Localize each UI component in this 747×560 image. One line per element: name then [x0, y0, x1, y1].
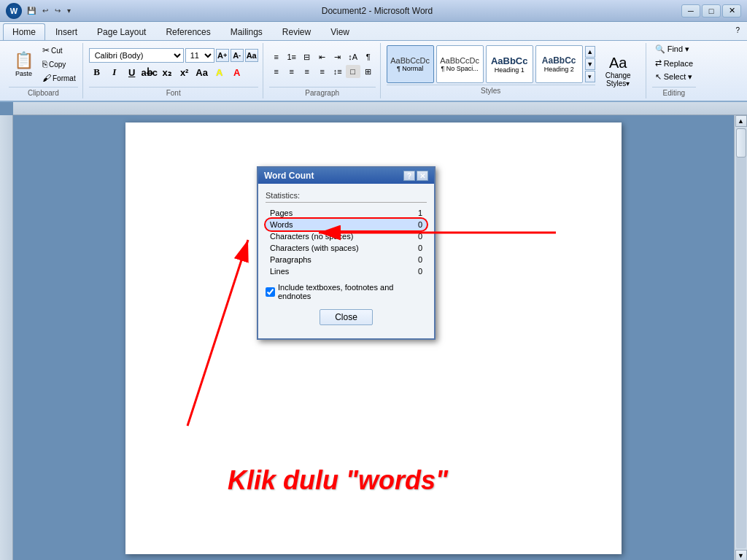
words-label: Words: [266, 219, 408, 230]
minimize-button[interactable]: ─: [681, 4, 700, 18]
highlight-button[interactable]: A: [212, 64, 228, 80]
chars-nospace-row: Characters (no spaces) 0: [266, 230, 427, 242]
shading-button[interactable]: □: [346, 65, 360, 78]
dialog-title-text: Word Count: [264, 171, 314, 181]
words-row[interactable]: Words 0: [266, 219, 427, 230]
style-normal[interactable]: AaBbCcDc ¶ Normal: [387, 45, 434, 83]
style-scroll-controls: ▲ ▼ ▾: [585, 46, 595, 82]
strikethrough-button[interactable]: ab̶c: [142, 64, 158, 80]
scroll-bar-vertical[interactable]: ▲ ▼: [734, 115, 747, 560]
paste-icon: 📋: [14, 51, 34, 70]
style-nospace-preview: AaBbCcDc: [440, 56, 479, 65]
font-name-select[interactable]: Calibri (Body): [89, 48, 184, 63]
style-nospace[interactable]: AaBbCcDc ¶ No Spaci...: [436, 45, 484, 83]
more-icon[interactable]: ▾: [65, 6, 73, 15]
align-right-button[interactable]: ≡: [300, 65, 314, 78]
change-case-button[interactable]: Aa: [194, 64, 210, 80]
scroll-down-arrow[interactable]: ▼: [735, 550, 747, 560]
dialog-title-bar: Word Count ? ✕: [258, 168, 434, 184]
paste-label: Paste: [15, 70, 32, 77]
style-scroll-down[interactable]: ▼: [585, 58, 595, 70]
tab-home[interactable]: Home: [3, 23, 45, 40]
find-button[interactable]: 🔍 Find ▾: [652, 43, 692, 55]
style-scroll-more[interactable]: ▾: [585, 71, 595, 82]
select-label: Select ▾: [664, 72, 693, 82]
clipboard-label: Clipboard: [9, 87, 78, 98]
scroll-up-arrow[interactable]: ▲: [735, 115, 747, 127]
show-hide-button[interactable]: ¶: [361, 50, 376, 63]
style-h1-preview: AaBbCc: [491, 55, 528, 66]
copy-button[interactable]: ⎘Copy: [40, 58, 68, 70]
style-heading1[interactable]: AaBbCc Heading 1: [486, 45, 533, 83]
select-icon: ↖: [655, 72, 662, 82]
replace-button[interactable]: ⇄ Replace: [652, 57, 696, 69]
copy-row: ⎘Copy: [40, 58, 68, 70]
save-icon[interactable]: 💾: [25, 6, 38, 15]
multilevel-button[interactable]: ⊟: [300, 50, 314, 63]
dialog-close-button[interactable]: ✕: [417, 171, 428, 181]
grow-font-button[interactable]: A+: [216, 49, 229, 62]
restore-button[interactable]: □: [702, 4, 721, 18]
close-button[interactable]: ✕: [722, 4, 741, 18]
style-scroll-up[interactable]: ▲: [585, 46, 595, 58]
tab-references[interactable]: References: [156, 23, 220, 40]
chars-space-row: Characters (with spaces) 0: [266, 242, 427, 254]
italic-button[interactable]: I: [107, 64, 123, 80]
document-page[interactable]: Word Count ? ✕ Statistics: Pages: [125, 122, 622, 554]
borders-button[interactable]: ⊞: [361, 65, 376, 78]
redo-icon[interactable]: ↪: [53, 6, 63, 15]
tab-review[interactable]: Review: [273, 23, 320, 40]
dialog-help-button[interactable]: ?: [403, 171, 415, 181]
para-buttons: ≡ 1≡ ⊟ ⇤ ⇥ ↕A ¶ ≡ ≡ ≡ ≡ ↕≡ □: [269, 50, 376, 78]
sort-button[interactable]: ↕A: [346, 50, 360, 63]
window-controls[interactable]: ─ □ ✕: [681, 4, 741, 18]
scroll-track[interactable]: [736, 128, 746, 548]
dialog-close-btn[interactable]: Close: [320, 309, 373, 325]
cut-button[interactable]: ✂Cut: [40, 44, 65, 56]
undo-icon[interactable]: ↩: [40, 6, 50, 15]
paragraphs-row: Paragraphs 0: [266, 254, 427, 265]
change-case-label: Aa: [196, 67, 208, 78]
title-bar-left: W 💾 ↩ ↪ ▾: [6, 3, 73, 19]
styles-group: AaBbCcDc ¶ Normal AaBbCcDc ¶ No Spaci...…: [382, 43, 646, 98]
increase-indent-button[interactable]: ⇥: [330, 50, 345, 63]
tab-insert[interactable]: Insert: [46, 23, 87, 40]
font-size-select[interactable]: 11: [185, 48, 214, 63]
quick-access-toolbar[interactable]: 💾 ↩ ↪ ▾: [25, 6, 73, 15]
superscript-button[interactable]: x²: [177, 64, 193, 80]
align-center-button[interactable]: ≡: [285, 65, 299, 78]
include-textboxes-checkbox[interactable]: [266, 287, 275, 297]
bold-button[interactable]: B: [89, 64, 105, 80]
decrease-indent-button[interactable]: ⇤: [315, 50, 330, 63]
clear-format-button[interactable]: Aa: [245, 49, 258, 62]
select-button[interactable]: ↖ Select ▾: [652, 71, 696, 83]
subscript-button[interactable]: x₂: [159, 64, 175, 80]
statistics-table: Pages 1 Words 0 Characters (no spaces) 0: [266, 207, 427, 277]
help-icon[interactable]: ?: [731, 23, 744, 40]
document-main[interactable]: Word Count ? ✕ Statistics: Pages: [13, 115, 734, 560]
underline-button[interactable]: U: [124, 64, 140, 80]
format-painter-button[interactable]: 🖌Format: [40, 72, 78, 84]
bullets-button[interactable]: ≡: [269, 50, 284, 63]
statistics-label: Statistics:: [266, 191, 427, 203]
title-bar: W 💾 ↩ ↪ ▾ Document2 - Microsoft Word ─ □…: [0, 0, 747, 22]
style-h2-preview: AaBbCc: [542, 55, 576, 66]
chars-nospace-label: Characters (no spaces): [266, 230, 408, 242]
font-color-button[interactable]: A: [229, 64, 245, 80]
replace-label: Replace: [664, 59, 693, 68]
paste-button[interactable]: 📋 Paste: [9, 48, 39, 80]
justify-button[interactable]: ≡: [315, 65, 330, 78]
style-heading2[interactable]: AaBbCc Heading 2: [535, 45, 583, 83]
editing-label: Editing: [652, 87, 696, 98]
align-left-button[interactable]: ≡: [269, 65, 284, 78]
change-styles-button[interactable]: Aa Change Styles▾: [598, 52, 638, 90]
dialog-body: Statistics: Pages 1 Words 0: [258, 184, 434, 338]
scroll-thumb[interactable]: [736, 128, 746, 158]
shrink-font-button[interactable]: A-: [231, 49, 244, 62]
tab-page-layout[interactable]: Page Layout: [88, 23, 155, 40]
checkbox-row: Include textboxes, footnotes and endnote…: [266, 283, 427, 300]
numbering-button[interactable]: 1≡: [285, 50, 299, 63]
line-spacing-button[interactable]: ↕≡: [330, 65, 345, 78]
tab-mailings[interactable]: Mailings: [221, 23, 272, 40]
tab-view[interactable]: View: [321, 23, 359, 40]
